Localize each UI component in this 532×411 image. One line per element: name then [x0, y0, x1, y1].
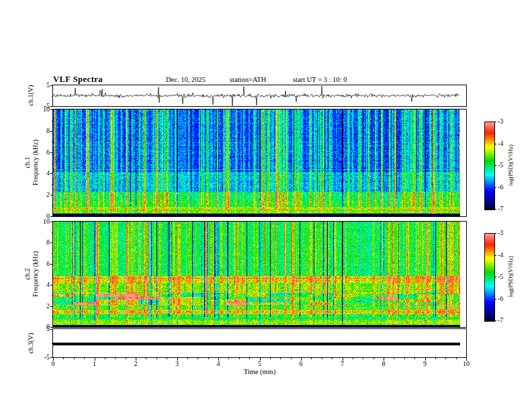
x-tick-minor [414, 358, 415, 359]
x-tick-minor [197, 358, 198, 359]
y-tick-major [50, 357, 53, 358]
y-tick-major [50, 306, 53, 307]
x-tick-major [301, 358, 302, 361]
x-tick-major [260, 358, 261, 361]
y-tick-minor [52, 316, 53, 317]
x-tick-minor [445, 358, 446, 359]
y-tick-major [50, 216, 53, 217]
x-tick-minor [332, 358, 332, 359]
x-tick-minor [126, 358, 126, 359]
ch2-spectrogram-panel [52, 221, 467, 328]
x-tick-major [343, 358, 343, 361]
x-tick-label: 0 [46, 360, 60, 367]
colorbar-tick-label: -5 [498, 161, 513, 169]
x-tick-minor [157, 358, 157, 359]
colorbar-tick [494, 255, 496, 256]
y-tick-label: 2 [32, 191, 50, 198]
colorbar-tick [494, 277, 496, 277]
x-tick-minor [311, 358, 312, 359]
x-tick-minor [435, 358, 436, 359]
x-tick-label: 4 [212, 360, 225, 367]
y-tick-major [50, 106, 53, 107]
ch2-spectrogram [53, 222, 466, 327]
ch1-voltage-axis-label: ch.1(V) [26, 62, 35, 129]
colorbar-tick-label: -7 [498, 205, 513, 212]
colorbar-2 [485, 234, 494, 321]
y-tick-minor [52, 96, 53, 97]
y-tick-label: 2 [32, 302, 50, 310]
x-tick-minor [291, 358, 292, 359]
y-tick-label: 5 [32, 81, 50, 89]
y-tick-major [50, 152, 53, 153]
y-tick-minor [52, 184, 53, 185]
start-time-label: start UT = 3 : 10: 0 [293, 76, 347, 83]
y-tick-minor [52, 163, 53, 164]
y-tick-minor [52, 232, 53, 233]
y-tick-major [50, 285, 53, 285]
y-tick-major [50, 85, 53, 86]
time-axis-label: Time (min) [53, 368, 466, 375]
ch1-waveform-plot [53, 85, 466, 106]
colorbar-tick [494, 233, 496, 234]
ch1-spectrogram [53, 109, 466, 216]
x-tick-label: 10 [459, 360, 473, 367]
colorbar-tick [494, 165, 496, 166]
colorbar-tick [494, 187, 496, 188]
colorbar-tick-label: -3 [498, 229, 513, 236]
x-tick-minor [208, 358, 209, 359]
x-tick-minor [249, 358, 250, 359]
colorbar-tick-label: -6 [498, 295, 513, 302]
y-tick-major [50, 195, 53, 195]
ch1-waveform-panel [52, 85, 467, 107]
y-tick-minor [52, 142, 53, 142]
y-tick-minor [52, 295, 53, 296]
colorbar-1 [485, 122, 494, 210]
y-tick-minor [52, 275, 53, 275]
x-tick-major [466, 358, 467, 361]
x-tick-minor [456, 358, 457, 359]
y-tick-label: -5 [32, 353, 50, 361]
x-tick-minor [239, 358, 240, 359]
x-tick-major [425, 358, 426, 361]
x-tick-major [177, 358, 178, 361]
plot-title: VLF Spectra [53, 75, 103, 85]
y-tick-major [50, 109, 53, 110]
y-tick-major [50, 222, 53, 222]
x-tick-minor [394, 358, 394, 359]
y-tick-label: -5 [32, 102, 50, 109]
colorbar-tick [494, 320, 496, 321]
date-label: Dec. 10, 2025 [166, 76, 206, 83]
y-tick-minor [52, 205, 53, 206]
x-tick-minor [167, 358, 167, 359]
y-tick-major [50, 131, 53, 132]
x-tick-minor [63, 358, 64, 359]
x-tick-minor [146, 358, 146, 359]
y-tick-label: 10 [32, 218, 50, 225]
colorbar-tick-label: -4 [498, 140, 513, 147]
colorbar-tick-label: -6 [498, 183, 513, 191]
station-label: station=ATH [230, 76, 266, 83]
y-tick-label: 8 [32, 238, 50, 246]
x-tick-minor [353, 358, 353, 359]
x-tick-major [218, 358, 219, 361]
colorbar-tick-label: -4 [498, 251, 513, 259]
y-tick-label: 6 [32, 260, 50, 267]
y-tick-label: 5 [32, 325, 50, 332]
x-tick-label: 7 [336, 360, 349, 367]
ch1-frequency-axis-label: Frequency (kHz) [30, 126, 40, 199]
y-tick-major [50, 329, 53, 330]
y-tick-label: 4 [32, 281, 50, 288]
x-tick-minor [322, 358, 322, 359]
x-tick-minor [280, 358, 281, 359]
colorbar-tick-label: -5 [498, 273, 513, 280]
colorbar-tick [494, 299, 496, 300]
x-tick-minor [228, 358, 229, 359]
colorbar-tick-label: -7 [498, 316, 513, 324]
x-tick-minor [74, 358, 75, 359]
y-tick-major [50, 173, 53, 174]
y-tick-label: 6 [32, 148, 50, 156]
x-tick-label: 3 [171, 360, 184, 367]
x-tick-minor [84, 358, 85, 359]
x-tick-minor [404, 358, 405, 359]
colorbar-tick [494, 209, 496, 210]
